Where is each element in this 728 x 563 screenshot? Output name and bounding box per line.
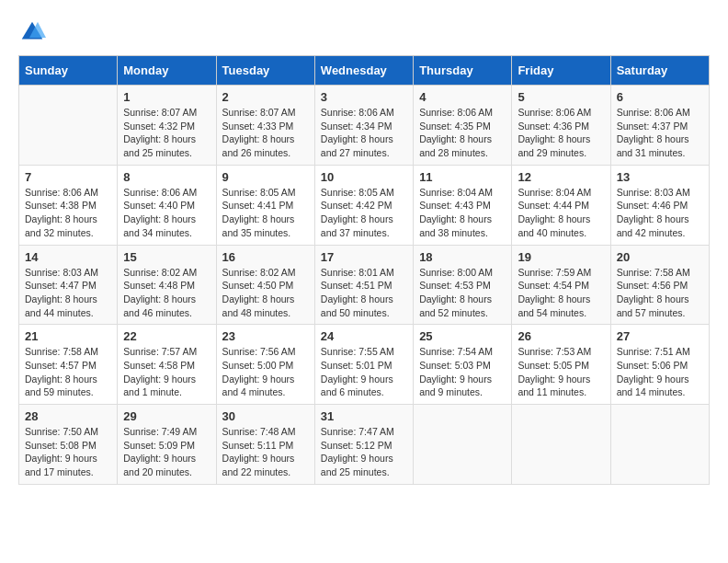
day-number: 9 bbox=[222, 170, 309, 184]
day-number: 27 bbox=[617, 329, 703, 343]
day-number: 3 bbox=[321, 90, 407, 104]
day-number: 25 bbox=[419, 329, 506, 343]
calendar-cell: 13Sunrise: 8:03 AM Sunset: 4:46 PM Dayli… bbox=[610, 165, 709, 245]
day-info: Sunrise: 8:06 AM Sunset: 4:35 PM Dayligh… bbox=[419, 106, 506, 160]
day-info: Sunrise: 8:02 AM Sunset: 4:50 PM Dayligh… bbox=[222, 266, 309, 320]
day-number: 5 bbox=[518, 90, 604, 104]
calendar-cell: 16Sunrise: 8:02 AM Sunset: 4:50 PM Dayli… bbox=[216, 245, 314, 325]
day-info: Sunrise: 8:06 AM Sunset: 4:40 PM Dayligh… bbox=[123, 186, 210, 240]
calendar-cell: 2Sunrise: 8:07 AM Sunset: 4:33 PM Daylig… bbox=[216, 86, 314, 166]
day-info: Sunrise: 8:03 AM Sunset: 4:46 PM Dayligh… bbox=[617, 186, 703, 240]
calendar-cell: 21Sunrise: 7:58 AM Sunset: 4:57 PM Dayli… bbox=[19, 325, 118, 405]
day-number: 30 bbox=[222, 409, 309, 423]
day-number: 24 bbox=[321, 329, 407, 343]
day-info: Sunrise: 7:59 AM Sunset: 4:54 PM Dayligh… bbox=[518, 266, 604, 320]
calendar-week-row: 1Sunrise: 8:07 AM Sunset: 4:32 PM Daylig… bbox=[19, 86, 710, 166]
day-info: Sunrise: 7:57 AM Sunset: 4:58 PM Dayligh… bbox=[123, 345, 210, 399]
day-number: 12 bbox=[518, 170, 604, 184]
day-number: 23 bbox=[222, 329, 309, 343]
day-number: 11 bbox=[419, 170, 506, 184]
day-info: Sunrise: 7:51 AM Sunset: 5:06 PM Dayligh… bbox=[617, 345, 703, 399]
day-number: 31 bbox=[321, 409, 407, 423]
day-number: 8 bbox=[123, 170, 210, 184]
day-number: 15 bbox=[123, 250, 210, 264]
day-info: Sunrise: 7:54 AM Sunset: 5:03 PM Dayligh… bbox=[419, 345, 506, 399]
day-info: Sunrise: 8:06 AM Sunset: 4:34 PM Dayligh… bbox=[321, 106, 407, 160]
day-info: Sunrise: 8:06 AM Sunset: 4:37 PM Dayligh… bbox=[617, 106, 703, 160]
day-number: 10 bbox=[321, 170, 407, 184]
calendar-cell bbox=[414, 405, 512, 485]
calendar-week-row: 7Sunrise: 8:06 AM Sunset: 4:38 PM Daylig… bbox=[19, 165, 710, 245]
day-info: Sunrise: 7:55 AM Sunset: 5:01 PM Dayligh… bbox=[321, 345, 407, 399]
day-info: Sunrise: 8:06 AM Sunset: 4:38 PM Dayligh… bbox=[25, 186, 111, 240]
day-number: 4 bbox=[419, 90, 506, 104]
calendar-cell: 7Sunrise: 8:06 AM Sunset: 4:38 PM Daylig… bbox=[19, 165, 118, 245]
day-number: 2 bbox=[222, 90, 309, 104]
day-info: Sunrise: 7:53 AM Sunset: 5:05 PM Dayligh… bbox=[518, 345, 604, 399]
calendar-cell: 14Sunrise: 8:03 AM Sunset: 4:47 PM Dayli… bbox=[19, 245, 118, 325]
day-info: Sunrise: 7:49 AM Sunset: 5:09 PM Dayligh… bbox=[123, 425, 210, 479]
calendar-cell: 29Sunrise: 7:49 AM Sunset: 5:09 PM Dayli… bbox=[118, 405, 216, 485]
day-info: Sunrise: 8:07 AM Sunset: 4:33 PM Dayligh… bbox=[222, 106, 309, 160]
day-info: Sunrise: 7:50 AM Sunset: 5:08 PM Dayligh… bbox=[25, 425, 111, 479]
calendar-cell: 11Sunrise: 8:04 AM Sunset: 4:43 PM Dayli… bbox=[414, 165, 512, 245]
page-header bbox=[18, 18, 710, 46]
day-of-week-header: Sunday bbox=[19, 56, 118, 86]
day-info: Sunrise: 7:47 AM Sunset: 5:12 PM Dayligh… bbox=[321, 425, 407, 479]
calendar-week-row: 14Sunrise: 8:03 AM Sunset: 4:47 PM Dayli… bbox=[19, 245, 710, 325]
day-number: 22 bbox=[123, 329, 210, 343]
day-info: Sunrise: 8:07 AM Sunset: 4:32 PM Dayligh… bbox=[123, 106, 210, 160]
calendar-cell: 15Sunrise: 8:02 AM Sunset: 4:48 PM Dayli… bbox=[118, 245, 216, 325]
calendar-cell bbox=[512, 405, 610, 485]
calendar-cell bbox=[19, 86, 118, 166]
calendar-cell: 17Sunrise: 8:01 AM Sunset: 4:51 PM Dayli… bbox=[314, 245, 413, 325]
calendar-cell: 18Sunrise: 8:00 AM Sunset: 4:53 PM Dayli… bbox=[414, 245, 512, 325]
day-info: Sunrise: 8:06 AM Sunset: 4:36 PM Dayligh… bbox=[518, 106, 604, 160]
calendar-cell: 24Sunrise: 7:55 AM Sunset: 5:01 PM Dayli… bbox=[314, 325, 413, 405]
calendar-week-row: 21Sunrise: 7:58 AM Sunset: 4:57 PM Dayli… bbox=[19, 325, 710, 405]
calendar-cell: 22Sunrise: 7:57 AM Sunset: 4:58 PM Dayli… bbox=[118, 325, 216, 405]
calendar-cell: 19Sunrise: 7:59 AM Sunset: 4:54 PM Dayli… bbox=[512, 245, 610, 325]
day-number: 6 bbox=[617, 90, 703, 104]
day-of-week-header: Friday bbox=[512, 56, 610, 86]
day-number: 7 bbox=[25, 170, 111, 184]
calendar-cell bbox=[610, 405, 709, 485]
day-of-week-header: Monday bbox=[118, 56, 216, 86]
day-info: Sunrise: 8:04 AM Sunset: 4:44 PM Dayligh… bbox=[518, 186, 604, 240]
day-info: Sunrise: 8:04 AM Sunset: 4:43 PM Dayligh… bbox=[419, 186, 506, 240]
day-info: Sunrise: 8:05 AM Sunset: 4:42 PM Dayligh… bbox=[321, 186, 407, 240]
day-info: Sunrise: 7:58 AM Sunset: 4:57 PM Dayligh… bbox=[25, 345, 111, 399]
day-info: Sunrise: 8:02 AM Sunset: 4:48 PM Dayligh… bbox=[123, 266, 210, 320]
day-number: 17 bbox=[321, 250, 407, 264]
day-info: Sunrise: 8:00 AM Sunset: 4:53 PM Dayligh… bbox=[419, 266, 506, 320]
day-info: Sunrise: 8:03 AM Sunset: 4:47 PM Dayligh… bbox=[25, 266, 111, 320]
day-info: Sunrise: 8:01 AM Sunset: 4:51 PM Dayligh… bbox=[321, 266, 407, 320]
calendar-cell: 9Sunrise: 8:05 AM Sunset: 4:41 PM Daylig… bbox=[216, 165, 314, 245]
day-number: 29 bbox=[123, 409, 210, 423]
calendar-cell: 10Sunrise: 8:05 AM Sunset: 4:42 PM Dayli… bbox=[314, 165, 413, 245]
day-number: 13 bbox=[617, 170, 703, 184]
calendar-cell: 3Sunrise: 8:06 AM Sunset: 4:34 PM Daylig… bbox=[314, 86, 413, 166]
calendar-cell: 8Sunrise: 8:06 AM Sunset: 4:40 PM Daylig… bbox=[118, 165, 216, 245]
day-number: 28 bbox=[25, 409, 111, 423]
calendar-cell: 25Sunrise: 7:54 AM Sunset: 5:03 PM Dayli… bbox=[414, 325, 512, 405]
calendar-cell: 4Sunrise: 8:06 AM Sunset: 4:35 PM Daylig… bbox=[414, 86, 512, 166]
day-info: Sunrise: 8:05 AM Sunset: 4:41 PM Dayligh… bbox=[222, 186, 309, 240]
day-of-week-header: Wednesday bbox=[314, 56, 413, 86]
calendar-week-row: 28Sunrise: 7:50 AM Sunset: 5:08 PM Dayli… bbox=[19, 405, 710, 485]
calendar-cell: 27Sunrise: 7:51 AM Sunset: 5:06 PM Dayli… bbox=[610, 325, 709, 405]
day-number: 14 bbox=[25, 250, 111, 264]
calendar-cell: 31Sunrise: 7:47 AM Sunset: 5:12 PM Dayli… bbox=[314, 405, 413, 485]
day-number: 16 bbox=[222, 250, 309, 264]
day-info: Sunrise: 7:48 AM Sunset: 5:11 PM Dayligh… bbox=[222, 425, 309, 479]
logo bbox=[18, 18, 50, 46]
calendar-cell: 5Sunrise: 8:06 AM Sunset: 4:36 PM Daylig… bbox=[512, 86, 610, 166]
header-row: SundayMondayTuesdayWednesdayThursdayFrid… bbox=[19, 56, 710, 86]
calendar-table: SundayMondayTuesdayWednesdayThursdayFrid… bbox=[18, 55, 710, 485]
day-number: 26 bbox=[518, 329, 604, 343]
calendar-cell: 6Sunrise: 8:06 AM Sunset: 4:37 PM Daylig… bbox=[610, 86, 709, 166]
calendar-cell: 26Sunrise: 7:53 AM Sunset: 5:05 PM Dayli… bbox=[512, 325, 610, 405]
day-number: 18 bbox=[419, 250, 506, 264]
day-number: 19 bbox=[518, 250, 604, 264]
day-info: Sunrise: 7:56 AM Sunset: 5:00 PM Dayligh… bbox=[222, 345, 309, 399]
